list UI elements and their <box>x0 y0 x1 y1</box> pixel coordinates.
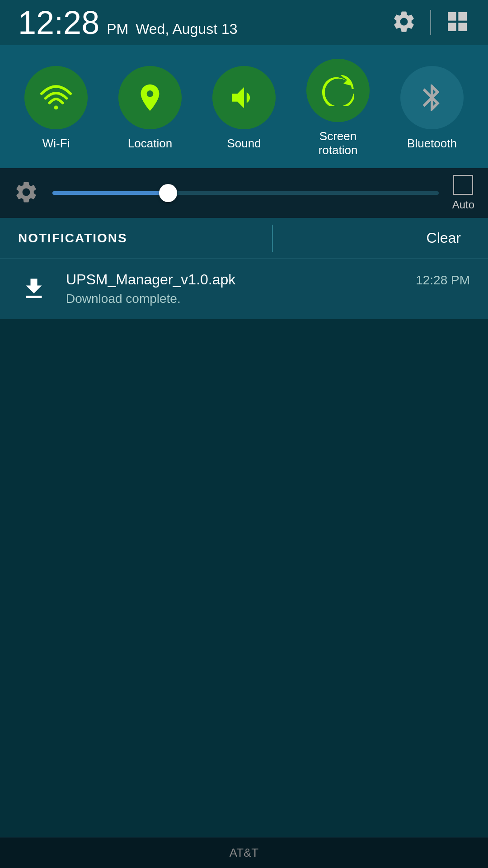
toggle-wifi[interactable]: Wi-Fi <box>20 66 92 151</box>
toggle-bluetooth-circle[interactable] <box>400 66 464 129</box>
notification-title: UPSM_Manager_v1.0.apk <box>66 271 399 288</box>
brightness-fill <box>52 191 168 195</box>
toggle-rotation-label: Screen rotation <box>319 129 358 157</box>
notifications-header: NOTIFICATIONS Clear <box>0 218 488 259</box>
toggle-screen-rotation[interactable]: Screen rotation <box>302 59 374 157</box>
status-bar-right <box>391 9 470 36</box>
notification-content: UPSM_Manager_v1.0.apk Download complete. <box>66 271 399 306</box>
svg-rect-3 <box>458 23 467 31</box>
settings-icon[interactable] <box>391 9 417 36</box>
status-bar: 12:28 PM Wed, August 13 <box>0 0 488 45</box>
auto-checkbox[interactable] <box>453 175 473 195</box>
toggle-location-label: Location <box>128 137 172 151</box>
clock-time: 12:28 <box>18 6 99 39</box>
toggle-rotation-circle[interactable] <box>306 59 370 122</box>
quick-toggles-panel: Wi-Fi Location Sound Screen rotation <box>0 45 488 168</box>
auto-brightness-control[interactable]: Auto <box>452 175 474 211</box>
notification-subtitle: Download complete. <box>66 292 399 306</box>
toggle-wifi-label: Wi-Fi <box>42 137 70 151</box>
notifications-header-divider <box>272 225 273 252</box>
toggle-location[interactable]: Location <box>114 66 186 151</box>
status-date: Wed, August 13 <box>136 21 237 38</box>
toggle-sound-label: Sound <box>227 137 261 151</box>
carrier-bar: AT&T <box>0 837 488 868</box>
brightness-slider[interactable] <box>52 191 439 195</box>
status-bar-divider <box>430 10 431 35</box>
toggle-sound-circle[interactable] <box>212 66 276 129</box>
status-bar-left: 12:28 PM Wed, August 13 <box>18 6 238 39</box>
toggle-sound[interactable]: Sound <box>208 66 280 151</box>
auto-label: Auto <box>452 198 474 211</box>
brightness-bar: Auto <box>0 168 488 218</box>
svg-rect-2 <box>448 23 456 31</box>
notifications-label: NOTIFICATIONS <box>18 231 127 245</box>
carrier-label: AT&T <box>230 846 259 859</box>
toggle-bluetooth-label: Bluetooth <box>407 137 457 151</box>
grid-icon[interactable] <box>445 9 470 36</box>
svg-rect-0 <box>448 12 456 21</box>
svg-rect-1 <box>458 12 467 21</box>
toggle-location-circle[interactable] <box>118 66 182 129</box>
background-area <box>0 319 488 816</box>
clock-ampm: PM <box>107 21 128 38</box>
brightness-thumb[interactable] <box>159 184 177 202</box>
svg-point-4 <box>54 105 58 109</box>
notification-item[interactable]: UPSM_Manager_v1.0.apk Download complete.… <box>0 259 488 319</box>
toggle-bluetooth[interactable]: Bluetooth <box>396 66 468 151</box>
notification-time: 12:28 PM <box>416 273 470 288</box>
clear-button[interactable]: Clear <box>418 225 470 251</box>
toggle-wifi-circle[interactable] <box>24 66 88 129</box>
download-icon <box>18 275 50 302</box>
brightness-icon <box>14 179 39 207</box>
